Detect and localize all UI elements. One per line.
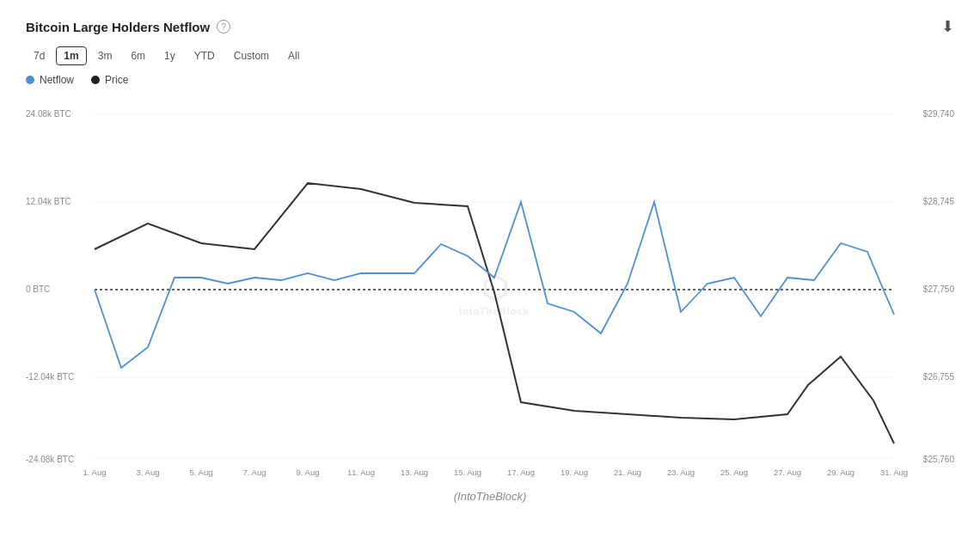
x-label-0: 1. Aug <box>83 468 107 477</box>
x-label-14: 29. Aug <box>827 468 854 477</box>
filter-7d[interactable]: 7d <box>26 46 52 65</box>
x-label-13: 27. Aug <box>774 468 801 477</box>
x-label-15: 31. Aug <box>880 468 908 477</box>
legend-netflow-label: Netflow <box>40 74 74 86</box>
y-label-bottom: -24.08k BTC <box>26 455 74 464</box>
y-right-label-mid-high: $28,745 <box>923 197 954 206</box>
legend-netflow: Netflow <box>26 74 74 86</box>
x-label-11: 23. Aug <box>667 468 695 477</box>
download-icon[interactable]: ⬇ <box>941 17 954 36</box>
filter-3m[interactable]: 3m <box>90 46 120 65</box>
y-right-label-top: $29,740 <box>923 109 954 119</box>
x-label-8: 17. Aug <box>507 468 535 477</box>
x-label-9: 19. Aug <box>560 468 588 477</box>
title-row: Bitcoin Large Holders Netflow ? <box>26 20 230 34</box>
legend-price: Price <box>91 74 128 86</box>
x-label-4: 9. Aug <box>297 468 320 477</box>
main-container: Bitcoin Large Holders Netflow ? ⬇ 7d 1m … <box>0 0 980 544</box>
chart-legend: Netflow Price <box>26 74 954 86</box>
chart-header: Bitcoin Large Holders Netflow ? ⬇ <box>26 17 954 36</box>
x-label-7: 15. Aug <box>454 468 481 477</box>
filter-ytd[interactable]: YTD <box>187 46 223 65</box>
y-label-mid-low: -12.04k BTC <box>26 372 74 382</box>
y-right-label-zero: $27,750 <box>923 284 954 294</box>
watermark-text: IntoTheBlock <box>459 306 530 316</box>
x-label-10: 21. Aug <box>614 468 641 477</box>
time-filter-bar: 7d 1m 3m 6m 1y YTD Custom All <box>26 46 954 65</box>
filter-all[interactable]: All <box>280 46 307 65</box>
legend-price-label: Price <box>105 74 128 86</box>
x-label-2: 5. Aug <box>190 468 213 477</box>
chart-title: Bitcoin Large Holders Netflow <box>26 20 210 34</box>
x-label-1: 3. Aug <box>137 468 160 477</box>
y-right-label-mid-low: $26,755 <box>923 372 954 382</box>
filter-1m[interactable]: 1m <box>56 46 86 65</box>
netflow-dot <box>26 76 34 84</box>
filter-1y[interactable]: 1y <box>156 46 183 65</box>
y-label-mid-high: 12.04k BTC <box>26 197 71 206</box>
filter-custom[interactable]: Custom <box>226 46 277 65</box>
x-label-3: 7. Aug <box>243 468 266 477</box>
x-label-6: 13. Aug <box>401 468 428 477</box>
y-label-zero: 0 BTC <box>26 284 50 294</box>
footer-label: (IntoTheBlock) <box>26 490 954 503</box>
y-right-label-bottom: $25,760 <box>923 455 954 464</box>
chart-svg: 24.08k BTC 12.04k BTC 0 BTC -12.04k BTC … <box>26 93 954 488</box>
x-label-5: 11. Aug <box>347 468 375 477</box>
help-icon[interactable]: ? <box>217 20 230 34</box>
y-label-top: 24.08k BTC <box>26 109 71 119</box>
chart-area: 24.08k BTC 12.04k BTC 0 BTC -12.04k BTC … <box>26 93 954 488</box>
price-dot <box>91 76 100 84</box>
watermark: ⬡ <box>481 271 508 306</box>
x-label-12: 25. Aug <box>720 468 748 477</box>
filter-6m[interactable]: 6m <box>123 46 153 65</box>
